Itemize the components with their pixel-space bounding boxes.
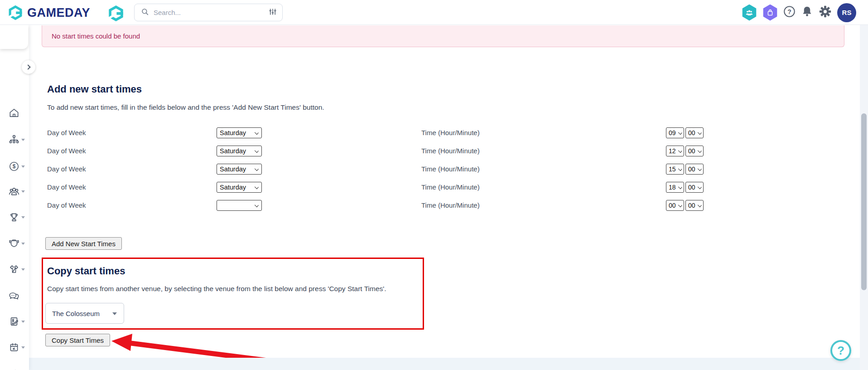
sidebar-item-clubs[interactable] — [8, 238, 20, 249]
people-hexagon-icon[interactable] — [742, 5, 757, 21]
scrollbar-thumb[interactable] — [861, 113, 867, 290]
help-bubble[interactable]: ? — [830, 340, 851, 361]
alert-banner: No start times could be found — [42, 25, 844, 47]
filter-tune-icon[interactable] — [269, 8, 277, 18]
caret-down-icon — [21, 243, 25, 245]
sidebar-item-schedule[interactable] — [8, 341, 20, 353]
search-input[interactable] — [154, 9, 269, 16]
alert-message: No start times could be found — [52, 32, 140, 40]
sidebar-top-panel — [0, 25, 28, 49]
add-new-start-times-button[interactable]: Add New Start Times — [45, 237, 122, 250]
reports-pie-icon — [8, 368, 20, 370]
gameday-start-times-page: GAMEDAY — [0, 0, 868, 370]
home-icon — [8, 107, 20, 119]
minute-select[interactable]: 00 — [685, 127, 704, 138]
notifications-bell-icon[interactable] — [801, 5, 813, 19]
minute-select[interactable]: 00 — [685, 200, 704, 211]
day-select[interactable]: Saturday — [217, 127, 262, 138]
caret-down-icon — [21, 190, 25, 193]
hour-select[interactable]: 15 — [666, 164, 684, 175]
sidebar-expand-button[interactable] — [22, 60, 35, 74]
select-caret-icon — [698, 149, 702, 153]
day-select[interactable]: Saturday — [217, 146, 262, 156]
topbar: GAMEDAY — [0, 0, 868, 25]
gameday-logo-icon[interactable] — [7, 5, 24, 20]
venue-select[interactable]: The Colosseum — [45, 303, 124, 324]
help-circle-icon[interactable]: ? — [783, 5, 796, 19]
sidebar-item-registrations[interactable] — [8, 316, 20, 327]
time-label: Time (Hour/Minute) — [421, 146, 480, 156]
day-of-week-label: Day of Week — [47, 182, 86, 193]
communications-chat-icon — [8, 290, 20, 302]
day-select[interactable]: Saturday — [217, 182, 262, 193]
copy-section-title: Copy start times — [47, 265, 125, 277]
select-caret-icon — [255, 203, 259, 207]
minute-select[interactable]: 00 — [685, 164, 704, 175]
copy-section-description: Copy start times from another venue, by … — [47, 285, 386, 293]
svg-text:?: ? — [787, 8, 791, 15]
registrations-form-icon — [8, 316, 20, 327]
venue-select-value: The Colosseum — [52, 310, 100, 317]
scrollbar[interactable] — [860, 25, 868, 370]
select-caret-icon — [678, 203, 682, 207]
members-icon — [8, 185, 20, 197]
time-label: Time (Hour/Minute) — [421, 127, 480, 138]
sidebar-item-reports[interactable] — [8, 368, 20, 370]
sidebar-item-org[interactable] — [8, 134, 20, 146]
sidebar-item-members[interactable] — [8, 185, 20, 197]
select-caret-icon — [698, 131, 702, 135]
select-caret-icon — [255, 149, 259, 153]
topbar-actions: ? — [742, 0, 856, 25]
day-of-week-label: Day of Week — [47, 164, 86, 175]
marketplace-bag-hexagon-icon[interactable] — [762, 5, 778, 21]
svg-text:$: $ — [13, 163, 16, 170]
time-label: Time (Hour/Minute) — [421, 164, 480, 175]
time-label: Time (Hour/Minute) — [421, 182, 480, 193]
minute-select[interactable]: 00 — [685, 146, 704, 156]
day-select[interactable]: Saturday — [217, 164, 262, 175]
sidebar-item-home[interactable] — [8, 107, 20, 119]
sidebar-item-communications[interactable] — [8, 290, 20, 302]
chevron-right-icon — [25, 64, 30, 69]
sidebar-item-teams[interactable] — [8, 263, 20, 275]
sidebar-item-competitions[interactable] — [8, 211, 20, 223]
caret-down-icon — [21, 346, 25, 349]
finance-dollar-icon: $ — [8, 161, 20, 172]
add-section-title: Add new start times — [47, 83, 142, 95]
search-icon — [141, 8, 149, 18]
select-caret-icon — [255, 131, 259, 135]
day-of-week-label: Day of Week — [47, 200, 86, 211]
gameday-logo-text: GAMEDAY — [27, 6, 90, 20]
hour-select[interactable]: 09 — [666, 127, 684, 138]
select-caret-icon — [255, 185, 259, 189]
copy-start-times-button[interactable]: Copy Start Times — [45, 334, 110, 346]
minute-select[interactable]: 00 — [685, 182, 704, 193]
search-box[interactable] — [134, 4, 283, 21]
day-select[interactable] — [217, 200, 262, 211]
teams-jersey-icon — [8, 263, 20, 275]
settings-gear-icon[interactable] — [819, 5, 832, 20]
caret-down-icon — [21, 139, 25, 141]
select-caret-icon — [698, 203, 702, 207]
day-of-week-label: Day of Week — [47, 127, 86, 138]
caret-down-icon — [21, 268, 25, 271]
competitions-trophy-icon — [8, 211, 20, 223]
add-section-description: To add new start times, fill in the fiel… — [47, 103, 324, 112]
user-avatar[interactable]: RS — [837, 3, 856, 22]
org-structure-icon — [8, 134, 20, 146]
hour-select[interactable]: 00 — [666, 200, 684, 211]
caret-down-icon — [21, 166, 25, 168]
select-caret-icon — [255, 167, 259, 171]
sidebar-item-finance[interactable]: $ — [8, 161, 20, 172]
clubs-shield-icon — [8, 238, 20, 249]
hour-select[interactable]: 18 — [666, 182, 684, 193]
select-caret-icon — [698, 167, 702, 171]
hour-select[interactable]: 12 — [666, 146, 684, 156]
select-caret-icon — [678, 185, 682, 189]
chevron-down-icon — [112, 312, 117, 315]
org-logo-icon[interactable] — [107, 5, 125, 22]
select-caret-icon — [678, 149, 682, 153]
time-label: Time (Hour/Minute) — [421, 200, 480, 211]
select-caret-icon — [698, 185, 702, 189]
day-of-week-label: Day of Week — [47, 146, 86, 156]
